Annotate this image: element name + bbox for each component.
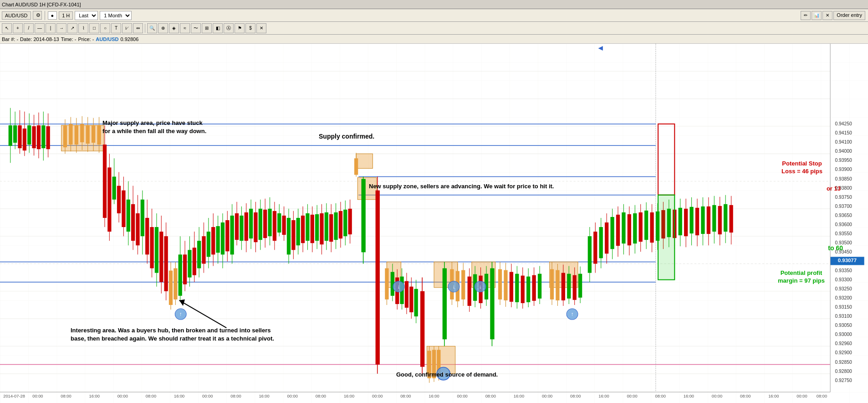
svg-rect-170 <box>361 179 365 253</box>
close-btn[interactable]: ✕ <box>822 11 832 20</box>
cursor-tool[interactable]: ↖ <box>2 23 12 33</box>
svg-rect-218 <box>510 272 513 302</box>
svg-rect-292 <box>729 205 733 232</box>
arrow-tool[interactable]: ↗ <box>67 23 77 33</box>
chart-settings-icon[interactable]: ⚙ <box>33 11 42 20</box>
line-tool[interactable]: / <box>24 23 34 33</box>
vline-tool[interactable]: | <box>46 23 56 33</box>
stop-loss-annotation: Potential StopLoss = 46 pips <box>781 160 822 176</box>
shapes-tool[interactable]: ◧ <box>213 23 223 33</box>
svg-rect-212 <box>490 269 494 340</box>
chart-container[interactable]: Auto <box>0 44 868 403</box>
svg-text:00:00: 00:00 <box>32 394 43 398</box>
svg-rect-164 <box>343 210 347 236</box>
svg-rect-146 <box>301 216 305 243</box>
chart-svg: ↑ ↓ ↓ ↓ ↑ ↑ 0.94250 0.94150 0.94100 0.94… <box>0 44 868 403</box>
svg-rect-82 <box>150 227 153 268</box>
svg-text:00:00: 00:00 <box>287 394 298 398</box>
ray-tool[interactable]: → <box>56 23 66 33</box>
svg-rect-90 <box>169 271 173 305</box>
channel-tool[interactable]: ⌇ <box>78 23 88 33</box>
pattern-tool[interactable]: ◈ <box>169 23 179 33</box>
timeframe-selector[interactable]: 1 H <box>59 11 73 20</box>
price-mode-select[interactable]: Last <box>75 11 98 20</box>
label-tool[interactable]: Ⓐ <box>224 23 234 33</box>
svg-text:08:00: 08:00 <box>817 394 827 398</box>
svg-text:0.93050: 0.93050 <box>835 323 852 328</box>
svg-rect-254 <box>622 212 625 243</box>
supply-area-annotation: Major supply area, price have stuckfor a… <box>102 119 206 135</box>
svg-rect-286 <box>712 205 716 232</box>
gann-tool[interactable]: ⊞ <box>202 23 212 33</box>
fib-tool[interactable]: ⩗ <box>122 23 132 33</box>
svg-rect-130 <box>263 210 267 238</box>
svg-text:↓: ↓ <box>452 284 455 290</box>
svg-rect-274 <box>679 208 682 235</box>
symbol-selector[interactable]: AUD/USD <box>2 11 31 20</box>
svg-rect-162 <box>339 211 342 238</box>
wave-tool[interactable]: 〜 <box>191 23 201 33</box>
indicator-tool[interactable]: ≈ <box>180 23 190 33</box>
svg-rect-34 <box>18 125 21 148</box>
svg-rect-118 <box>235 213 239 240</box>
svg-text:16:00: 16:00 <box>344 394 354 398</box>
pencil-btn[interactable]: ✏ <box>801 11 811 20</box>
svg-rect-106 <box>207 232 210 257</box>
svg-text:0.93650: 0.93650 <box>835 213 852 218</box>
svg-rect-110 <box>216 226 220 253</box>
svg-text:00:00: 00:00 <box>372 394 383 398</box>
svg-rect-196 <box>443 269 447 340</box>
svg-text:2014-07-28: 2014-07-28 <box>3 394 25 398</box>
svg-rect-158 <box>329 214 333 242</box>
svg-rect-278 <box>689 207 693 233</box>
chart-type-btn[interactable]: 📊 <box>812 11 822 20</box>
svg-rect-140 <box>287 218 291 254</box>
svg-rect-284 <box>707 207 710 234</box>
svg-rect-56 <box>86 125 90 144</box>
svg-text:↓: ↓ <box>397 284 400 290</box>
magnet-tool[interactable]: ⊕ <box>158 23 168 33</box>
hline-tool[interactable]: — <box>35 23 45 33</box>
delete-tool[interactable]: ✕ <box>256 23 266 33</box>
svg-text:08:00: 08:00 <box>230 394 241 398</box>
window-title: Chart AUD/USD 1H [CFD-FX-1041] <box>2 2 81 7</box>
crosshair-tool[interactable]: + <box>13 23 23 33</box>
svg-rect-264 <box>650 212 654 243</box>
zoom-tool[interactable]: 🔍 <box>147 23 157 33</box>
date-info: Date: 2014-08-13 <box>20 36 59 42</box>
order-entry-btn[interactable]: Order entry <box>833 11 865 20</box>
svg-text:0.93700: 0.93700 <box>835 204 852 209</box>
svg-rect-100 <box>193 248 196 275</box>
svg-rect-276 <box>684 209 688 236</box>
svg-text:0.93000: 0.93000 <box>835 332 852 337</box>
price-type-selector[interactable]: ● <box>48 11 57 20</box>
svg-rect-66 <box>112 176 116 199</box>
title-bar: Chart AUD/USD 1H [CFD-FX-1041] <box>0 0 868 9</box>
svg-rect-50 <box>69 124 72 145</box>
svg-text:0.92960: 0.92960 <box>835 341 852 346</box>
svg-rect-256 <box>628 214 631 245</box>
svg-text:0.93150: 0.93150 <box>835 305 852 310</box>
measure-tool[interactable]: ⇔ <box>133 23 143 33</box>
value-info: 0.92806 <box>120 36 138 42</box>
svg-rect-74 <box>131 204 135 241</box>
svg-rect-44 <box>41 125 45 148</box>
svg-rect-234 <box>562 273 565 300</box>
trade-tool[interactable]: $ <box>245 23 255 33</box>
info-bar: Bar #: - Date: 2014-08-13 Time: - Price:… <box>0 35 868 44</box>
svg-text:0.94100: 0.94100 <box>835 140 852 145</box>
circle-tool[interactable]: ○ <box>100 23 110 33</box>
flag-tool[interactable]: ⚑ <box>235 23 245 33</box>
svg-rect-112 <box>221 222 225 254</box>
demand-annotation: Good, confirmed source of demand. <box>396 371 498 378</box>
rect-tool[interactable]: □ <box>89 23 99 33</box>
svg-rect-308 <box>658 124 674 195</box>
sep1 <box>45 11 45 20</box>
svg-text:↑: ↑ <box>571 311 573 317</box>
svg-rect-156 <box>325 212 328 241</box>
price-info: Price: - <box>78 36 94 42</box>
svg-rect-160 <box>334 212 337 240</box>
svg-rect-72 <box>127 200 130 232</box>
period-select[interactable]: 1 Month <box>100 11 132 20</box>
text-tool[interactable]: T <box>111 23 121 33</box>
